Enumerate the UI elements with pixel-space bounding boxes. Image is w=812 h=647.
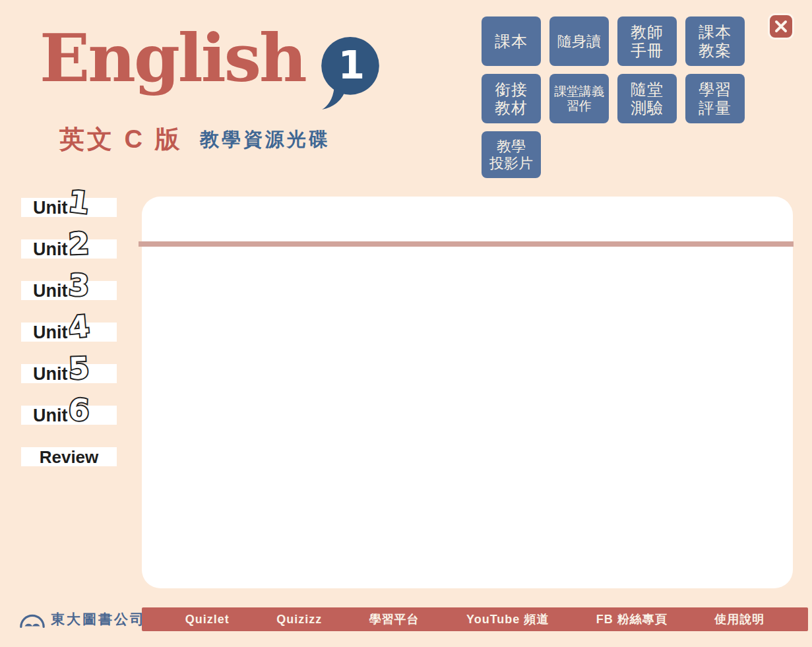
english-logo-text: English [40, 25, 305, 91]
app-window: English 1 英文 C 版 教學資源光碟 課本 隨身讀 教師手冊 課本教案… [0, 0, 812, 647]
quiz-button[interactable]: 隨堂測驗 [617, 74, 677, 123]
unit-3-number: 3 [68, 267, 90, 303]
unit-5-number: 5 [68, 350, 90, 386]
unit-5-button[interactable]: Unit 5 [21, 364, 117, 383]
company-name: 東大圖書公司 [51, 610, 146, 629]
bridging-material-button[interactable]: 銜接教材 [482, 74, 541, 123]
content-panel [142, 197, 793, 588]
edition-label: 英文 C 版 [59, 125, 183, 153]
footer-link-learning-platform[interactable]: 學習平台 [369, 611, 420, 627]
volume-1-badge: 1 [318, 36, 383, 110]
class-handout-workbook-button[interactable]: 課堂講義習作 [549, 74, 609, 123]
footer-link-facebook-fanpage[interactable]: FB 粉絲專頁 [596, 611, 668, 627]
footer-link-user-guide[interactable]: 使用說明 [714, 611, 765, 627]
subtitle-row: 英文 C 版 教學資源光碟 [59, 123, 455, 156]
footer-link-quizizz[interactable]: Quizizz [276, 613, 322, 627]
company-arch-icon [18, 609, 46, 630]
teaching-slides-button[interactable]: 教學投影片 [482, 131, 541, 178]
textbook-lesson-plan-button[interactable]: 課本教案 [685, 16, 745, 66]
speech-bubble-tail [322, 88, 345, 109]
close-button[interactable] [768, 13, 794, 40]
disc-title-label: 教學資源光碟 [200, 129, 330, 150]
volume-number: 1 [338, 43, 365, 88]
textbook-button[interactable]: 課本 [482, 16, 541, 66]
footer-link-quizlet[interactable]: Quizlet [185, 613, 230, 627]
review-button[interactable]: Review [21, 447, 117, 466]
unit-2-number: 2 [68, 226, 90, 261]
unit-4-number: 4 [67, 309, 91, 346]
close-icon [773, 18, 789, 34]
learning-assessment-button[interactable]: 學習評量 [685, 74, 745, 123]
footer-linkbar: Quizlet Quizizz 學習平台 YouTube 頻道 FB 粉絲專頁 … [142, 607, 808, 631]
unit-2-button[interactable]: Unit 2 [21, 239, 117, 259]
unit-4-button[interactable]: Unit 4 [21, 323, 117, 342]
unit-1-button[interactable]: Unit 1 [21, 198, 117, 217]
unit-3-button[interactable]: Unit 3 [21, 281, 117, 300]
teacher-manual-button[interactable]: 教師手冊 [617, 16, 677, 66]
unit-1-number: 1 [67, 183, 92, 220]
panel-divider-line [139, 241, 794, 247]
footer-link-youtube-channel[interactable]: YouTube 頻道 [466, 611, 549, 627]
company-logo: 東大圖書公司 [18, 607, 146, 632]
unit-6-number: 6 [68, 392, 90, 428]
pocket-reader-button[interactable]: 隨身讀 [549, 16, 609, 66]
unit-6-button[interactable]: Unit 6 [21, 406, 117, 425]
